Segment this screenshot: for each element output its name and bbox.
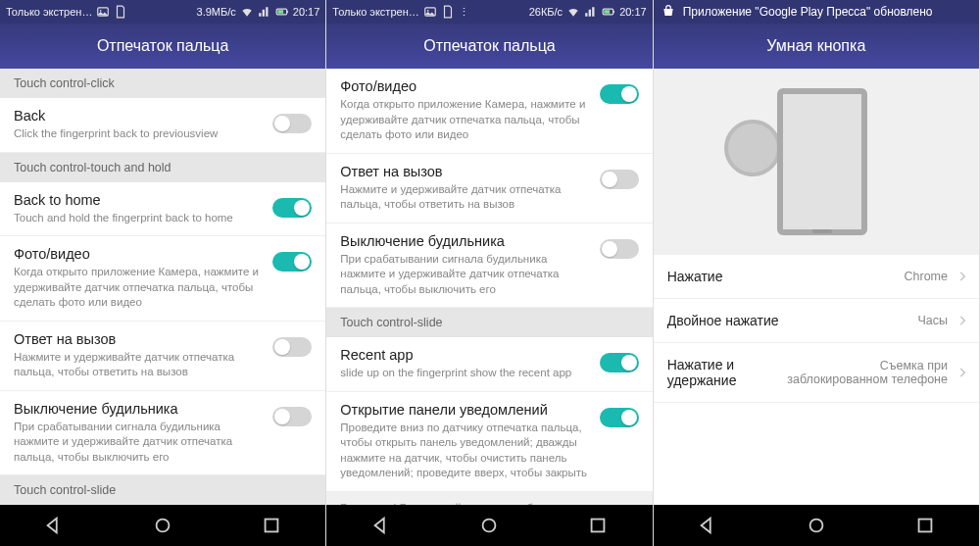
nav-value: Chrome [905,270,948,283]
svg-point-14 [809,520,822,532]
nav-label: Нажатие [667,269,723,284]
svg-rect-10 [604,10,610,14]
toggle-switch[interactable] [600,353,639,372]
svg-rect-13 [592,520,605,532]
svg-rect-11 [613,11,614,13]
battery-icon [275,5,289,19]
sd-card-icon [441,5,455,19]
setting-description: Click the fingerprint back to previousvi… [14,126,263,142]
screen-title: Умная кнопка [654,24,979,69]
sd-card-icon [114,5,127,19]
network-speed: 26КБ/с [529,6,563,18]
setting-title: Фото/видео [14,246,263,262]
notification-text: Приложение "Google Play Пресса" обновлен… [683,5,933,19]
home-nav-icon[interactable] [152,515,173,536]
setting-description: slide up on the fingerprint show the rec… [340,366,589,381]
status-bar: Только экстрен… ⋮ 26КБ/с 20:17 [326,0,652,24]
toggle-switch[interactable] [272,198,312,218]
chevron-right-icon [956,270,969,283]
clock-text: 20:17 [293,6,320,18]
setting-row[interactable]: Открытие панели уведомленийПроведите вни… [326,392,652,492]
toggle-switch[interactable] [600,170,639,189]
setting-title: Back [14,108,263,124]
setting-row[interactable]: Фото/видеоКогда открыто приложение Камер… [0,236,325,322]
section-header: Touch control-touch and hold [0,153,325,182]
setting-description: Когда открыто приложение Камера, нажмите… [14,265,263,311]
setting-row[interactable]: Ответ на вызовНажмите и удерживайте датч… [0,322,325,391]
image-icon [96,5,110,19]
nav-label: Нажатие и удержание [667,357,770,388]
section-header: Touch control-slide [0,475,325,505]
more-dots: ⋮ [459,6,469,19]
battery-icon [602,5,615,19]
setting-title: Ответ на вызов [340,164,589,179]
setting-row[interactable]: Выключение будильникаПри срабатывании си… [0,391,325,476]
setting-description: Проведите вниз по датчику отпечатка паль… [340,421,589,481]
nav-row[interactable]: Нажатие и удержаниеСъемка при заблокиров… [654,343,979,403]
setting-row[interactable]: Back to homeTouch and hold the fingerpri… [0,182,325,237]
setting-title: Recent app [340,347,589,363]
chevron-right-icon [956,366,969,379]
setting-title: Выключение будильника [340,233,589,249]
toggle-switch[interactable] [600,84,639,104]
back-nav-icon[interactable] [43,515,65,536]
nav-value: Съемка при заблокированном телефоне [778,359,948,386]
device-illustration [654,69,979,255]
setting-description: Нажмите и удерживайте датчик отпечатка п… [14,350,263,380]
recent-nav-icon[interactable] [587,515,609,536]
setting-row[interactable]: Фото/видеоКогда открыто приложение Камер… [326,69,652,154]
toggle-switch[interactable] [272,337,312,357]
toggle-switch[interactable] [272,407,312,426]
system-navbar [326,505,652,546]
setting-row[interactable]: BackClick the fingerprint back to previo… [0,98,325,153]
clock-text: 20:17 [619,6,647,18]
home-nav-icon[interactable] [478,515,500,536]
status-left-text: Только экстрен… [6,6,92,18]
settings-list[interactable]: Фото/видеоКогда открыто приложение Камер… [326,69,652,505]
toggle-switch[interactable] [600,239,639,259]
setting-row[interactable]: Recent appslide up on the fingerprint sh… [326,337,652,392]
smart-button-content: НажатиеChromeДвойное нажатиеЧасыНажатие … [654,69,979,505]
signal-icon [258,5,271,19]
svg-point-12 [483,520,496,532]
system-navbar [654,505,979,546]
wifi-icon [566,5,580,19]
svg-rect-15 [918,520,931,532]
recent-nav-icon[interactable] [914,515,936,536]
setting-row[interactable]: Ответ на вызовНажмите и удерживайте датч… [326,154,652,223]
settings-list[interactable]: Touch control-clickBackClick the fingerp… [0,69,325,505]
toggle-switch[interactable] [272,252,312,272]
toggle-switch[interactable] [600,408,639,427]
setting-title: Back to home [14,192,263,208]
svg-point-8 [427,10,429,12]
nav-row[interactable]: Двойное нажатиеЧасы [654,299,979,343]
setting-title: Фото/видео [340,78,589,94]
back-nav-icon[interactable] [370,515,392,536]
warning-note: Внимание! Все эти действия не требуют ре… [326,492,652,505]
svg-rect-6 [265,520,277,532]
nav-value: Часы [917,314,948,327]
setting-description: Когда открыто приложение Камера, нажмите… [340,97,589,143]
status-bar: Только экстрен… 3.9МБ/с 20:17 [0,0,325,24]
setting-row[interactable]: Выключение будильникаПри срабатывании си… [326,223,652,309]
setting-title: Открытие панели уведомлений [340,402,589,418]
svg-point-5 [157,520,170,532]
section-header: Touch control-click [0,69,325,98]
chevron-right-icon [956,314,969,327]
back-nav-icon[interactable] [697,515,718,536]
store-icon [662,5,675,19]
setting-description: Touch and hold the fingerprint back to h… [14,211,263,226]
screen-title: Отпечаток пальца [326,24,652,69]
system-navbar [0,505,325,546]
home-nav-icon[interactable] [806,515,827,536]
phone-screen-3: Приложение "Google Play Пресса" обновлен… [654,0,980,546]
section-header: Touch control-slide [326,308,652,337]
nav-row[interactable]: НажатиеChrome [654,255,979,299]
setting-title: Ответ на вызов [14,331,263,347]
phone-screen-1: Только экстрен… 3.9МБ/с 20:17 Отпечаток … [0,0,326,546]
status-notification[interactable]: Приложение "Google Play Пресса" обновлен… [654,0,979,24]
recent-nav-icon[interactable] [261,515,282,536]
svg-rect-3 [277,10,283,14]
svg-point-1 [100,10,102,12]
toggle-switch[interactable] [272,114,312,133]
